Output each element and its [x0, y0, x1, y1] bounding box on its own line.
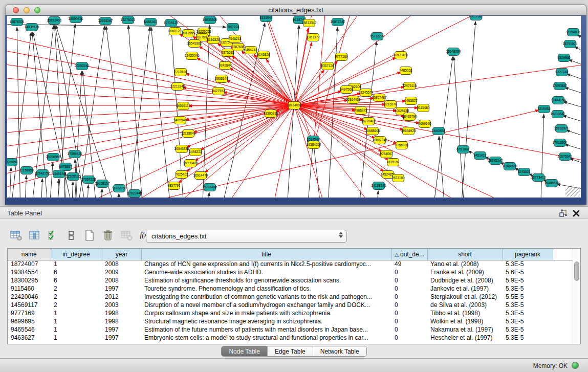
table-cell[interactable]: Structural magnetic resonance image aver… [141, 317, 391, 325]
table-cell[interactable]: Estimation of the future numbers of pati… [141, 325, 391, 334]
table-cell[interactable]: 1998 [102, 317, 141, 325]
graph-node[interactable]: 12444154 [551, 97, 566, 104]
column-header-short[interactable]: short [427, 249, 503, 260]
graph-node[interactable]: 18090436 [69, 16, 83, 23]
graph-node[interactable]: 9756928 [395, 142, 408, 149]
table-cell[interactable]: 1 [51, 309, 102, 317]
delete-column-icon[interactable] [101, 229, 115, 242]
graph-edge[interactable] [328, 27, 337, 198]
column-header-pagerank[interactable]: pagerank [503, 249, 553, 260]
graph-node[interactable]: 12093852 [553, 82, 568, 90]
table-cell[interactable]: 6 [51, 268, 102, 276]
table-options-icon[interactable] [9, 229, 23, 242]
graph-node[interactable]: 15718485 [203, 184, 217, 191]
table-row[interactable]: 2242004622012Investigating the contribut… [8, 293, 574, 301]
table-cell[interactable]: 9115460 [8, 285, 51, 293]
graph-node[interactable]: 2803144 [215, 75, 228, 83]
graph-edge[interactable] [567, 74, 581, 81]
graph-edge[interactable] [294, 42, 312, 105]
table-cell[interactable]: 9465546 [8, 325, 51, 334]
graph-node[interactable]: 9245021 [517, 168, 531, 176]
graph-node[interactable]: 1615197 [386, 159, 400, 166]
graph-edge[interactable] [575, 47, 581, 54]
graph-edge[interactable] [294, 62, 581, 105]
vertical-scrollbar[interactable] [573, 249, 580, 344]
graph-node[interactable]: 9227342 [555, 69, 569, 76]
table-row[interactable]: 946554611997Estimation of the future num… [8, 325, 574, 334]
graph-node[interactable]: 9146820 [257, 51, 270, 59]
graph-node[interactable]: 9857791 [167, 182, 181, 190]
table-row[interactable]: 969969511998Structural magnetic resonanc… [8, 317, 574, 325]
graph-node[interactable]: 14569117 [176, 102, 191, 110]
table-cell[interactable]: 2008 [102, 260, 141, 268]
table-cell[interactable]: 5.5E-5 [503, 293, 553, 301]
table-cell[interactable]: 1997 [102, 334, 141, 342]
graph-node[interactable]: 16817342 [331, 18, 345, 26]
graph-node[interactable]: 2718120 [174, 69, 187, 76]
graph-node[interactable]: 1640954 [432, 127, 445, 135]
table-cell[interactable]: 0 [391, 276, 427, 285]
table-cell[interactable]: Corpus callosum shape and size in male p… [141, 309, 391, 317]
graph-node[interactable]: 9357120 [321, 62, 334, 70]
graph-node[interactable]: 16099489 [183, 160, 198, 167]
graph-node[interactable]: 1545194 [52, 170, 66, 178]
table-cell[interactable]: Disruption of a novel member of a sodium… [141, 301, 391, 309]
resize-grip-icon[interactable] [565, 187, 580, 196]
graph-edge[interactable] [25, 176, 27, 198]
graph-node[interactable]: 9329966 [557, 54, 571, 62]
table-cell[interactable]: 9777169 [8, 309, 51, 317]
graph-node[interactable]: 11156859 [19, 167, 34, 174]
graph-node[interactable]: 8427552 [212, 87, 225, 95]
graph-node[interactable]: 9465546 [173, 117, 187, 124]
graph-node[interactable]: 9699695 [418, 120, 431, 128]
table-cell[interactable]: 5.3E-5 [503, 309, 553, 317]
graph-edge[interactable] [41, 179, 42, 198]
graph-node[interactable]: 16405532 [545, 180, 559, 187]
column-header-in_degree[interactable]: in_degree [51, 249, 102, 260]
table-cell[interactable]: 0 [391, 325, 427, 334]
table-cell[interactable]: 5.3E-5 [503, 301, 553, 309]
graph-node[interactable]: 12923448 [127, 190, 142, 198]
graph-node[interactable]: 7625402 [175, 171, 188, 179]
tab-edge-table[interactable]: Edge Table [267, 346, 313, 356]
graph-node[interactable]: 6466161 [144, 18, 157, 26]
graph-node[interactable]: 16782759 [112, 185, 127, 192]
graph-edge[interactable] [7, 105, 294, 121]
graph-node[interactable]: 7485063 [399, 67, 412, 75]
graph-edge[interactable] [565, 87, 581, 95]
table-cell[interactable]: 6 [51, 276, 102, 285]
table-cell[interactable]: 22420046 [8, 293, 51, 301]
table-cell[interactable]: 1997 [102, 325, 141, 334]
table-cell[interactable]: 0 [391, 301, 427, 309]
graph-node[interactable]: 15692971 [554, 125, 569, 133]
graph-node[interactable]: 18495794 [402, 113, 417, 121]
table-row[interactable]: 946362711997Embryonic stem cells: a mode… [8, 334, 574, 342]
table-cell[interactable]: 19384554 [8, 268, 51, 276]
graph-node[interactable]: 8960123 [168, 28, 182, 35]
table-row[interactable]: 911546021997Tourette syndrome. Phenomeno… [8, 285, 574, 293]
column-header-year[interactable]: year [102, 249, 141, 260]
graph-node[interactable]: 1961372 [307, 34, 320, 41]
graph-node[interactable]: 15751074 [563, 40, 578, 48]
table-cell[interactable]: 0 [391, 317, 427, 325]
graph-node[interactable]: 14138141 [372, 182, 386, 190]
graph-node[interactable]: 15732289 [370, 33, 385, 40]
graph-node[interactable]: 16033809 [203, 16, 217, 24]
close-panel-icon[interactable] [572, 209, 581, 218]
graph-node[interactable]: 9975887 [59, 163, 72, 171]
column-header-name[interactable]: name [8, 249, 51, 260]
graph-node[interactable]: 12975115 [402, 82, 417, 90]
graph-node[interactable]: 10973493 [394, 52, 408, 59]
graph-edge[interactable] [9, 167, 11, 198]
table-row[interactable]: 977716911998Corpus callosum shape and si… [8, 309, 574, 317]
table-cell[interactable]: 5.6E-5 [503, 268, 553, 276]
graph-node[interactable]: 20891406 [47, 17, 62, 25]
graph-edge[interactable] [307, 145, 313, 198]
graph-node[interactable]: 18300295 [264, 110, 278, 118]
graph-edge[interactable] [565, 144, 581, 151]
graph-node[interactable]: 22420046 [185, 52, 200, 60]
table-cell[interactable]: 2008 [102, 276, 141, 285]
graph-edge[interactable] [294, 16, 517, 105]
graph-edge[interactable] [106, 26, 130, 198]
graph-node[interactable]: 16773418 [531, 174, 546, 182]
